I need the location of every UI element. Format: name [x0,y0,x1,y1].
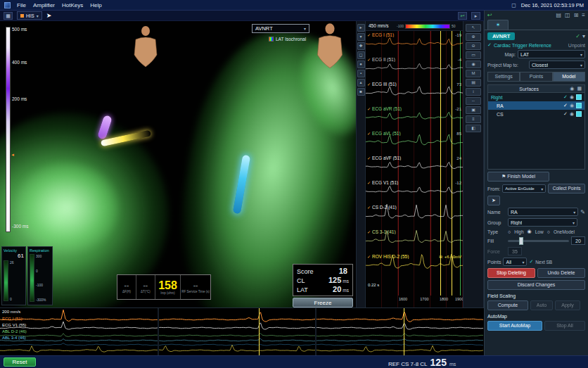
undo-delete-button[interactable]: Undo Delete [537,268,585,278]
layout-icon[interactable]: ▤ [556,12,562,18]
tab-points[interactable]: Points [520,72,552,82]
signal-tool-button[interactable]: ↕ [466,88,481,96]
eye-icon[interactable]: ◉ [570,94,574,100]
sweep-speed-label: 200 mm/s [2,310,20,314]
stop-all-button[interactable]: Stop All [544,321,585,331]
mapping-control-panel: ↩ ▤ ◫ ⊞ ≡ ✶ AVNRT ✓ ▾ ✓ Cardiac Trigger … [484,11,588,355]
select-cursor-button[interactable]: ➤ [487,196,500,205]
menu-help[interactable]: Help [87,2,105,8]
surface-row-right[interactable]: Right✓◉ [488,93,584,101]
signal-tool-button[interactable]: ↖ [466,24,481,32]
visibility-check-icon[interactable]: ✓ [563,103,568,108]
stop-deleting-button[interactable]: Stop Deleting [487,268,535,278]
tab-settings[interactable]: Settings [487,72,520,82]
cursor-tool-icon[interactable]: ➤ [46,12,52,19]
map-type-dropdown[interactable]: LAT [518,50,585,58]
map-3d-viewport[interactable]: 500 ms400 ms200 ms-300 ms ◄ AVNRT ▾ LAT … [0,21,356,307]
fill-slider-thumb[interactable] [519,237,523,245]
eye-icon[interactable]: ◉ [570,103,574,108]
radio-onemodel[interactable]: ○ [547,229,550,234]
surface-color-swatch[interactable] [576,111,582,117]
surface-name-dropdown[interactable]: RA [508,208,578,216]
map-tool-button[interactable]: ■ [357,88,365,96]
signal-source-dropdown[interactable]: HIS ▾ [17,11,42,20]
from-source-dropdown[interactable]: Active EnGuide [502,184,546,193]
chevron-down-icon[interactable]: ▾ [582,33,585,39]
surface-color-swatch[interactable] [576,94,582,100]
patient-orientation-torso-left[interactable] [131,25,160,69]
review-cursor-1[interactable] [259,308,260,355]
surfaces-box: Surfaces ◉ ▦ Right✓◉RA✓◉CS✓◉ [487,84,585,170]
visibility-check-icon[interactable]: ✓ [563,94,568,100]
radio-high[interactable]: ○ [508,229,511,234]
menu-icon[interactable]: ≡ [582,12,585,18]
signal-tool-button[interactable]: ≡ [466,115,481,123]
surface-color-swatch[interactable] [576,103,582,108]
undo-arrow-icon[interactable]: ↩ [458,12,467,20]
grid-icon[interactable]: ▦ [577,86,582,91]
review-cursor-2[interactable] [404,308,404,355]
menu-amplifier[interactable]: Amplifier [30,2,58,8]
compute-button[interactable]: Compute [487,300,528,310]
window-icon[interactable]: ◫ [565,12,570,18]
signal-tool-button[interactable]: ⇔ [466,97,481,105]
patient-orientation-torso-right[interactable] [314,21,346,72]
grid-icon[interactable]: ▦ [4,12,13,20]
map-tool-button[interactable]: ▴ [357,79,365,87]
impedance-label: Imp (ohm) [160,291,175,295]
surface-row-cs[interactable]: CS✓◉ [488,110,584,118]
map-tool-button[interactable]: ▸ [357,24,365,32]
menu-hotkeys[interactable]: HotKeys [58,2,87,8]
points-filter-dropdown[interactable]: All [503,258,527,266]
surface-group-dropdown[interactable]: Right [508,218,577,227]
signal-tool-button[interactable]: ▭ [466,51,481,59]
signal-tool-strip: ↖⊕⊖▭◉M▤↕⇔▣≡◧ [463,21,484,307]
visibility-check-icon[interactable]: ✓ [563,111,568,117]
auto-button[interactable]: Auto [530,300,553,310]
start-automap-button[interactable]: Start AutoMap [487,321,542,331]
map-name-dropdown[interactable]: AVNRT ▾ [252,24,309,33]
eye-icon[interactable]: ◉ [570,86,574,91]
review-waveform-panel[interactable]: 200 mm/s ECG I (51)ECG V1 (55)ABL D-2 (4… [0,307,484,355]
realtime-ecg-panel[interactable]: 450 mm/s -100 50 ✓ECG I (51)-19✓ECG II (… [366,21,463,307]
back-arrow-icon[interactable]: ↩ [487,12,492,18]
signal-tool-button[interactable]: ▤ [466,79,481,87]
collect-points-button[interactable]: Collect Points [548,184,585,193]
unpoint-link[interactable]: Unpoint [568,43,585,48]
menu-file[interactable]: File [13,2,30,8]
trace-label: ABL 3-4 (46) [2,336,26,340]
map-tool-button[interactable]: ▾ [357,33,365,41]
map-tool-button[interactable]: ▪ [357,70,365,77]
fill-value[interactable]: 20 [571,236,585,245]
checkbox-checked-icon[interactable]: ✓ [529,259,533,265]
lock-icon[interactable]: ◻ [509,2,518,8]
signal-tool-button[interactable]: ▣ [466,106,481,114]
scale-label: 200 ms [12,96,27,101]
signal-tool-button[interactable]: ◧ [466,125,481,132]
fill-slider[interactable] [508,240,569,242]
signal-tool-button[interactable]: ⊕ [466,33,481,41]
project-map-dropdown[interactable]: Closest [529,61,585,69]
discard-changes-button[interactable]: Discard Changes [487,280,585,290]
radio-low[interactable]: ◉ [528,229,532,234]
freeze-button[interactable]: Freeze [293,298,353,307]
map-tool-button[interactable]: ✚ [357,42,365,50]
map-tool-button[interactable]: ● [357,61,365,68]
apply-button[interactable]: Apply [555,300,580,310]
map-tool-button[interactable]: ◻ [357,51,365,59]
reference-cl-readout: REF CS 7-8 CL 125 ms [388,357,456,368]
tab-model[interactable]: Model [553,72,585,82]
pencil-icon[interactable]: ✎ [580,209,585,215]
signal-tool-button[interactable]: M [466,70,481,77]
wand-tab[interactable]: ✶ [487,20,509,30]
play-icon[interactable]: ▸ [471,12,480,20]
finish-model-button[interactable]: ⚑ Finish Model [487,172,549,182]
signal-tool-button[interactable]: ⊖ [466,42,481,50]
signal-tool-button[interactable]: ◉ [466,61,481,68]
add-view-icon[interactable]: ⊞ [574,12,579,18]
eye-icon[interactable]: ◉ [570,111,574,117]
map-badge[interactable]: AVNRT [487,32,515,40]
rf-time-label: RF Service Time (s) [181,290,210,293]
surface-row-ra[interactable]: RA✓◉ [488,101,584,110]
reset-button[interactable]: Reset [4,357,36,367]
